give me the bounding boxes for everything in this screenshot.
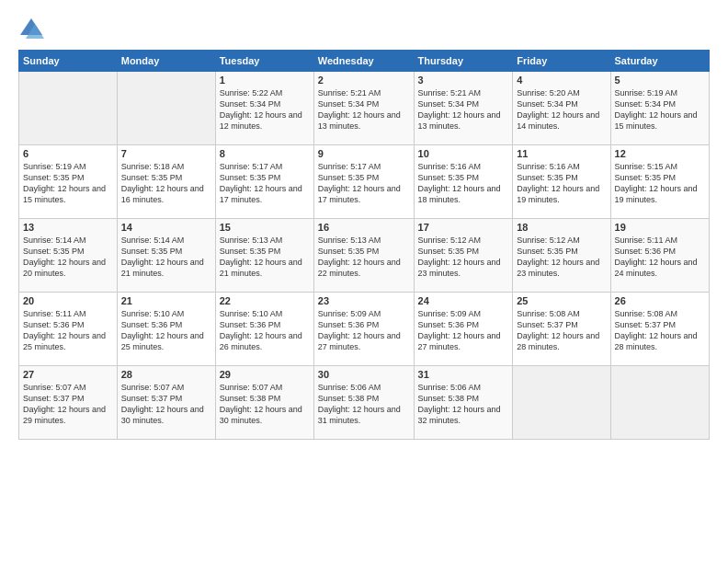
calendar-cell: 5Sunrise: 5:19 AM Sunset: 5:34 PM Daylig… [610, 72, 709, 145]
day-number: 11 [517, 148, 606, 159]
calendar-cell: 23Sunrise: 5:09 AM Sunset: 5:36 PM Dayli… [313, 293, 414, 366]
calendar-cell: 20Sunrise: 5:11 AM Sunset: 5:36 PM Dayli… [19, 293, 118, 366]
calendar-cell [610, 366, 709, 440]
day-number: 20 [23, 295, 113, 306]
day-detail: Sunrise: 5:21 AM Sunset: 5:34 PM Dayligh… [418, 87, 509, 132]
day-detail: Sunrise: 5:17 AM Sunset: 5:35 PM Dayligh… [220, 161, 310, 206]
day-number: 3 [418, 75, 509, 86]
calendar-cell: 25Sunrise: 5:08 AM Sunset: 5:37 PM Dayli… [513, 293, 610, 366]
day-detail: Sunrise: 5:09 AM Sunset: 5:36 PM Dayligh… [318, 308, 410, 353]
day-detail: Sunrise: 5:16 AM Sunset: 5:35 PM Dayligh… [418, 161, 509, 206]
calendar-cell: 10Sunrise: 5:16 AM Sunset: 5:35 PM Dayli… [414, 145, 513, 219]
day-number: 19 [615, 222, 705, 233]
calendar-cell [19, 72, 118, 145]
calendar-cell: 9Sunrise: 5:17 AM Sunset: 5:35 PM Daylig… [313, 145, 414, 219]
day-number: 28 [121, 369, 211, 380]
calendar-week-1: 1Sunrise: 5:22 AM Sunset: 5:34 PM Daylig… [19, 72, 710, 145]
calendar-cell: 29Sunrise: 5:07 AM Sunset: 5:38 PM Dayli… [215, 366, 313, 440]
calendar-body: 1Sunrise: 5:22 AM Sunset: 5:34 PM Daylig… [19, 72, 710, 440]
calendar-cell: 16Sunrise: 5:13 AM Sunset: 5:35 PM Dayli… [313, 219, 414, 293]
calendar-header-thursday: Thursday [414, 51, 513, 72]
day-number: 6 [23, 148, 113, 159]
day-detail: Sunrise: 5:19 AM Sunset: 5:35 PM Dayligh… [23, 161, 113, 206]
calendar-cell: 12Sunrise: 5:15 AM Sunset: 5:35 PM Dayli… [610, 145, 709, 219]
day-detail: Sunrise: 5:13 AM Sunset: 5:35 PM Dayligh… [220, 235, 310, 280]
calendar-cell: 17Sunrise: 5:12 AM Sunset: 5:35 PM Dayli… [414, 219, 513, 293]
calendar-cell: 14Sunrise: 5:14 AM Sunset: 5:35 PM Dayli… [117, 219, 215, 293]
day-detail: Sunrise: 5:10 AM Sunset: 5:36 PM Dayligh… [121, 308, 211, 353]
calendar-cell: 31Sunrise: 5:06 AM Sunset: 5:38 PM Dayli… [414, 366, 513, 440]
day-number: 23 [318, 295, 410, 306]
day-number: 25 [517, 295, 606, 306]
calendar-cell: 18Sunrise: 5:12 AM Sunset: 5:35 PM Dayli… [513, 219, 610, 293]
day-detail: Sunrise: 5:22 AM Sunset: 5:34 PM Dayligh… [220, 87, 310, 132]
calendar-cell: 7Sunrise: 5:18 AM Sunset: 5:35 PM Daylig… [117, 145, 215, 219]
day-number: 17 [418, 222, 509, 233]
day-detail: Sunrise: 5:07 AM Sunset: 5:38 PM Dayligh… [220, 382, 310, 427]
calendar-cell: 19Sunrise: 5:11 AM Sunset: 5:36 PM Dayli… [610, 219, 709, 293]
day-detail: Sunrise: 5:20 AM Sunset: 5:34 PM Dayligh… [517, 87, 606, 132]
day-number: 7 [121, 148, 211, 159]
day-detail: Sunrise: 5:12 AM Sunset: 5:35 PM Dayligh… [517, 235, 606, 280]
calendar-cell: 6Sunrise: 5:19 AM Sunset: 5:35 PM Daylig… [19, 145, 118, 219]
day-detail: Sunrise: 5:18 AM Sunset: 5:35 PM Dayligh… [121, 161, 211, 206]
calendar-cell: 30Sunrise: 5:06 AM Sunset: 5:38 PM Dayli… [313, 366, 414, 440]
day-number: 16 [318, 222, 410, 233]
calendar-cell: 2Sunrise: 5:21 AM Sunset: 5:34 PM Daylig… [313, 72, 414, 145]
calendar-cell [117, 72, 215, 145]
calendar-cell: 27Sunrise: 5:07 AM Sunset: 5:37 PM Dayli… [19, 366, 118, 440]
calendar-table: SundayMondayTuesdayWednesdayThursdayFrid… [18, 50, 710, 440]
day-number: 1 [220, 75, 310, 86]
day-detail: Sunrise: 5:09 AM Sunset: 5:36 PM Dayligh… [418, 308, 509, 353]
calendar-cell: 26Sunrise: 5:08 AM Sunset: 5:37 PM Dayli… [610, 293, 709, 366]
day-detail: Sunrise: 5:15 AM Sunset: 5:35 PM Dayligh… [615, 161, 705, 206]
calendar-week-3: 13Sunrise: 5:14 AM Sunset: 5:35 PM Dayli… [19, 219, 710, 293]
calendar-header-sunday: Sunday [19, 51, 118, 72]
day-number: 21 [121, 295, 211, 306]
page: SundayMondayTuesdayWednesdayThursdayFrid… [0, 0, 728, 563]
day-number: 2 [318, 75, 410, 86]
day-number: 24 [418, 295, 509, 306]
calendar-cell: 11Sunrise: 5:16 AM Sunset: 5:35 PM Dayli… [513, 145, 610, 219]
day-number: 22 [220, 295, 310, 306]
calendar-header-wednesday: Wednesday [313, 51, 414, 72]
calendar-cell: 13Sunrise: 5:14 AM Sunset: 5:35 PM Dayli… [19, 219, 118, 293]
day-detail: Sunrise: 5:11 AM Sunset: 5:36 PM Dayligh… [615, 235, 705, 280]
day-detail: Sunrise: 5:21 AM Sunset: 5:34 PM Dayligh… [318, 87, 410, 132]
calendar-cell: 22Sunrise: 5:10 AM Sunset: 5:36 PM Dayli… [215, 293, 313, 366]
calendar-header-monday: Monday [117, 51, 215, 72]
day-detail: Sunrise: 5:06 AM Sunset: 5:38 PM Dayligh… [418, 382, 509, 427]
day-detail: Sunrise: 5:08 AM Sunset: 5:37 PM Dayligh… [615, 308, 705, 353]
day-detail: Sunrise: 5:07 AM Sunset: 5:37 PM Dayligh… [23, 382, 113, 427]
day-number: 27 [23, 369, 113, 380]
day-number: 31 [418, 369, 509, 380]
calendar-cell [513, 366, 610, 440]
logo [18, 17, 48, 42]
day-detail: Sunrise: 5:11 AM Sunset: 5:36 PM Dayligh… [23, 308, 113, 353]
calendar-cell: 1Sunrise: 5:22 AM Sunset: 5:34 PM Daylig… [215, 72, 313, 145]
day-detail: Sunrise: 5:13 AM Sunset: 5:35 PM Dayligh… [318, 235, 410, 280]
day-number: 30 [318, 369, 410, 380]
day-detail: Sunrise: 5:14 AM Sunset: 5:35 PM Dayligh… [121, 235, 211, 280]
calendar-cell: 21Sunrise: 5:10 AM Sunset: 5:36 PM Dayli… [117, 293, 215, 366]
day-number: 8 [220, 148, 310, 159]
day-number: 14 [121, 222, 211, 233]
day-detail: Sunrise: 5:12 AM Sunset: 5:35 PM Dayligh… [418, 235, 509, 280]
calendar-header-friday: Friday [513, 51, 610, 72]
calendar-header-tuesday: Tuesday [215, 51, 313, 72]
calendar-header-row: SundayMondayTuesdayWednesdayThursdayFrid… [19, 51, 710, 72]
day-detail: Sunrise: 5:08 AM Sunset: 5:37 PM Dayligh… [517, 308, 606, 353]
day-detail: Sunrise: 5:17 AM Sunset: 5:35 PM Dayligh… [318, 161, 410, 206]
header [18, 17, 710, 42]
day-number: 26 [615, 295, 705, 306]
day-number: 18 [517, 222, 606, 233]
day-detail: Sunrise: 5:16 AM Sunset: 5:35 PM Dayligh… [517, 161, 606, 206]
calendar-cell: 4Sunrise: 5:20 AM Sunset: 5:34 PM Daylig… [513, 72, 610, 145]
logo-icon [18, 17, 44, 42]
day-detail: Sunrise: 5:10 AM Sunset: 5:36 PM Dayligh… [220, 308, 310, 353]
calendar-cell: 24Sunrise: 5:09 AM Sunset: 5:36 PM Dayli… [414, 293, 513, 366]
day-number: 29 [220, 369, 310, 380]
calendar-cell: 28Sunrise: 5:07 AM Sunset: 5:37 PM Dayli… [117, 366, 215, 440]
day-detail: Sunrise: 5:06 AM Sunset: 5:38 PM Dayligh… [318, 382, 410, 427]
day-number: 5 [615, 75, 705, 86]
